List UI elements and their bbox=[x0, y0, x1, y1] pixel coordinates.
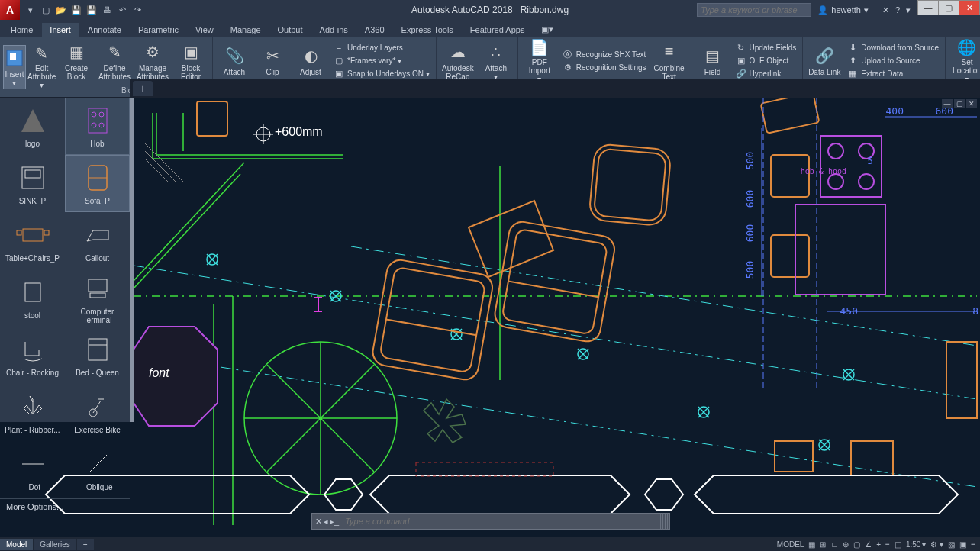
field-button[interactable]: ▤ Field bbox=[695, 39, 731, 83]
tab-featured[interactable]: Featured Apps bbox=[463, 23, 533, 37]
insert-button[interactable]: Insert▾ bbox=[3, 45, 26, 89]
viewport-close-icon[interactable]: ✕ bbox=[966, 99, 977, 108]
exchange-icon[interactable]: ✕ bbox=[882, 5, 889, 15]
status-polar-icon[interactable]: ⊕ bbox=[843, 540, 849, 549]
hyperlink-button[interactable]: 🔗Hyperlink bbox=[733, 68, 800, 80]
minimize-button[interactable]: — bbox=[917, 0, 939, 15]
palette-item-hob[interactable]: Hob bbox=[65, 98, 130, 155]
qat-menu-icon[interactable]: ▾ bbox=[24, 4, 37, 16]
clip-button[interactable]: ✂ Clip bbox=[254, 39, 291, 83]
tab-view[interactable]: View bbox=[188, 23, 221, 37]
set-location-button[interactable]: 🌐 Set Location▾ bbox=[949, 39, 980, 83]
status-tpy-icon[interactable]: ◫ bbox=[895, 540, 901, 549]
tab-home[interactable]: Home bbox=[3, 23, 40, 37]
tab-a360[interactable]: A360 bbox=[357, 23, 392, 37]
status-clean-icon[interactable]: ▣ bbox=[959, 540, 966, 549]
save-icon[interactable]: 💾 bbox=[70, 4, 82, 16]
status-grid-icon[interactable]: ▦ bbox=[808, 540, 815, 549]
cmd-close-icon[interactable]: ✕ bbox=[315, 517, 322, 527]
tab-addins[interactable]: Add-ins bbox=[312, 23, 356, 37]
tab-parametric[interactable]: Parametric bbox=[131, 23, 186, 37]
upload-source-button[interactable]: ⬆Upload to Source bbox=[844, 55, 942, 67]
frames-button[interactable]: ▢*Frames vary* ▾ bbox=[330, 55, 433, 67]
download-source-button[interactable]: ⬇Download from Source bbox=[844, 42, 942, 54]
drawing-canvas[interactable]: +600mm font 400 600 450 500 600 600 500 … bbox=[0, 98, 980, 537]
status-model[interactable]: MODEL bbox=[777, 540, 804, 549]
palette-more-options[interactable]: More Options... bbox=[0, 498, 130, 514]
recap-button[interactable]: ☁ Autodesk ReCap bbox=[440, 39, 476, 83]
open-icon[interactable]: 📂 bbox=[55, 4, 67, 16]
status-track-icon[interactable]: ∠ bbox=[865, 540, 872, 549]
status-iso-icon[interactable]: ▨ bbox=[948, 540, 955, 549]
status-custom-icon[interactable]: ≡ bbox=[971, 540, 975, 549]
status-lwt-icon[interactable]: ≡ bbox=[885, 540, 890, 549]
status-gear-icon[interactable]: ⚙ ▾ bbox=[930, 540, 943, 549]
status-ortho-icon[interactable]: ∟ bbox=[830, 540, 838, 549]
adjust-button[interactable]: ◐ Adjust bbox=[292, 39, 329, 83]
tab-express[interactable]: Express Tools bbox=[394, 23, 461, 37]
tab-annotate[interactable]: Annotate bbox=[80, 23, 129, 37]
saveas-icon[interactable]: 💾 bbox=[85, 4, 98, 16]
help-dropdown-icon[interactable]: ▾ bbox=[906, 5, 911, 15]
create-block-button[interactable]: ▦ Create Block bbox=[58, 39, 95, 83]
recognition-settings-button[interactable]: ⚙Recognition Settings bbox=[559, 61, 650, 73]
pdf-import-button[interactable]: 📄 PDF Import▾ bbox=[521, 39, 558, 83]
palette-item-table[interactable]: Table+Chairs_P bbox=[0, 212, 65, 269]
keyword-search-input[interactable] bbox=[697, 3, 811, 17]
undo-icon[interactable]: ↶ bbox=[116, 4, 128, 16]
new-icon[interactable]: ▢ bbox=[40, 4, 52, 16]
tab-insert[interactable]: Insert bbox=[42, 23, 79, 37]
tab-options-icon[interactable]: ▣▾ bbox=[534, 22, 561, 37]
cmd-grip-handle[interactable] bbox=[660, 514, 669, 529]
palette-item-stool[interactable]: stool bbox=[0, 269, 65, 327]
palette-item-chair-rocking[interactable]: Chair - Rocking bbox=[0, 327, 65, 384]
data-link-button[interactable]: 🔗 Data Link bbox=[806, 39, 843, 83]
user-account[interactable]: 👤 hewetth ▾ bbox=[811, 5, 875, 15]
viewport-maximize-icon[interactable]: ▢ bbox=[954, 99, 965, 108]
palette-item-plant[interactable]: Plant - Rubber... bbox=[0, 384, 65, 441]
tab-output[interactable]: Output bbox=[270, 23, 311, 37]
new-tab-button[interactable]: + bbox=[133, 81, 153, 96]
palette-item-callout[interactable]: Callout bbox=[65, 212, 130, 269]
layout-tab-model[interactable]: Model bbox=[0, 539, 33, 550]
app-logo[interactable]: A bbox=[0, 0, 20, 20]
underlay-layers-button[interactable]: ≡Underlay Layers bbox=[330, 42, 433, 54]
recognize-shx-button[interactable]: ⒶRecognize SHX Text bbox=[559, 48, 650, 60]
palette-item-oblique[interactable]: _Oblique bbox=[65, 441, 130, 498]
edit-attribute-button[interactable]: ✎ Edit Attribute▾ bbox=[27, 45, 56, 89]
layout-tab-add[interactable]: + bbox=[77, 539, 94, 550]
tab-manage[interactable]: Manage bbox=[223, 23, 269, 37]
palette-item-computer[interactable]: Computer Terminal bbox=[65, 269, 130, 327]
attach-pc-button[interactable]: ∴ Attach▾ bbox=[478, 39, 514, 83]
palette-item-bike[interactable]: Exercise Bike bbox=[65, 384, 130, 441]
status-dyn-icon[interactable]: + bbox=[876, 540, 881, 549]
layout-tab-galleries[interactable]: Galleries bbox=[34, 539, 76, 550]
close-button[interactable]: ✕ bbox=[959, 0, 980, 15]
plot-icon[interactable]: 🖶 bbox=[101, 4, 113, 16]
palette-item-dot[interactable]: _Dot bbox=[0, 441, 65, 498]
define-attributes-button[interactable]: ✎ Define Attributes bbox=[96, 39, 133, 83]
command-input[interactable] bbox=[342, 517, 660, 526]
redo-icon[interactable]: ↷ bbox=[131, 4, 143, 16]
palette-item-sink[interactable]: SINK_P bbox=[0, 155, 65, 212]
help-icon[interactable]: ? bbox=[895, 5, 900, 15]
palette-item-sofa[interactable]: Sofa_P bbox=[65, 155, 130, 212]
maximize-button[interactable]: ▢ bbox=[938, 0, 959, 15]
ole-object-button[interactable]: ▣OLE Object bbox=[733, 55, 800, 67]
block-editor-button[interactable]: ▣ Block Editor bbox=[172, 39, 209, 83]
attach-button[interactable]: 📎 Attach bbox=[216, 39, 253, 83]
viewport-minimize-icon[interactable]: — bbox=[942, 99, 953, 108]
drawing-content bbox=[0, 98, 980, 537]
update-fields-button[interactable]: ↻Update Fields bbox=[733, 42, 800, 54]
palette-item-bed[interactable]: Bed - Queen bbox=[65, 327, 130, 384]
palette-resize-handle[interactable] bbox=[130, 98, 134, 422]
snap-underlays-button[interactable]: ▣Snap to Underlays ON ▾ bbox=[330, 68, 433, 80]
cmd-recent-icon[interactable]: ◂ bbox=[324, 517, 328, 527]
combine-text-button[interactable]: ≡ Combine Text bbox=[651, 39, 688, 83]
status-scale[interactable]: 1:50 ▾ bbox=[906, 540, 926, 549]
manage-attributes-button[interactable]: ⚙ Manage Attributes bbox=[134, 39, 171, 83]
extract-data-button[interactable]: ▦Extract Data bbox=[844, 68, 942, 80]
palette-item-logo[interactable]: logo bbox=[0, 98, 65, 155]
status-osnap-icon[interactable]: ▢ bbox=[853, 540, 860, 549]
status-snap-icon[interactable]: ⊞ bbox=[820, 540, 826, 549]
